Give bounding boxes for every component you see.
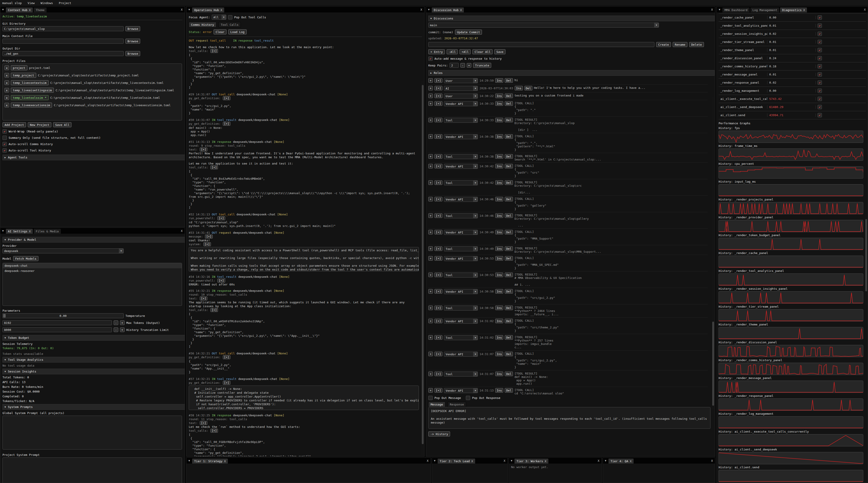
entry-expand-button[interactable]: [+]	[434, 335, 442, 340]
tab-message[interactable]: Message	[428, 401, 445, 407]
entry-del-button[interactable]: Del	[505, 335, 513, 340]
tab-context-hub[interactable]: Context Hub X	[6, 7, 33, 12]
entry-add-button[interactable]: +	[428, 154, 433, 159]
output-dir-browse-button[interactable]: Browse	[125, 51, 140, 56]
project-name-button[interactable]: temp_liveaisettingssim	[11, 88, 54, 93]
checkbox-auto-scroll[interactable]: ✔	[2, 142, 7, 146]
button-save-all[interactable]: Save All	[53, 122, 71, 127]
entry-add-button[interactable]: +	[428, 352, 433, 356]
entry-expand-button[interactable]: [+]	[434, 213, 442, 218]
entry-del-button[interactable]: Del	[505, 305, 513, 310]
history-truncation-plus-button[interactable]: +	[120, 327, 125, 332]
entry-role-select[interactable]: Tool▼	[444, 213, 478, 218]
entry-add-button[interactable]: +	[428, 164, 433, 168]
expand-button[interactable]: [+]	[223, 355, 230, 359]
entry-add-button[interactable]: +	[428, 86, 433, 90]
menu-item-windows[interactable]: Windows	[40, 1, 53, 5]
entry-role-select[interactable]: Vendor API▼	[444, 134, 478, 139]
tab-tier2-tech-lead[interactable]: Tier 2: Tech Lead X	[437, 458, 475, 463]
entry-role-select[interactable]: User▼	[444, 78, 478, 83]
entry-expand-button[interactable]: [+]	[434, 118, 442, 122]
entry-del-button[interactable]: Del	[505, 164, 513, 168]
entry-ins-button[interactable]: Ins	[495, 213, 503, 218]
metric-checkbox[interactable]: ✔	[817, 56, 822, 60]
window-collapse-icon[interactable]: ▼	[432, 458, 437, 463]
button--all[interactable]: +All	[460, 49, 471, 54]
provider-model-header[interactable]: ▼ Provider & Model	[2, 237, 185, 243]
entry-del-button[interactable]: Del	[505, 78, 513, 83]
metric-checkbox[interactable]: ✔	[817, 72, 822, 76]
entry-ins-button[interactable]: Ins	[495, 134, 503, 139]
entry-role-select[interactable]: AI▼	[444, 86, 478, 91]
window-close-icon[interactable]: X	[425, 458, 431, 463]
window-close-icon[interactable]: X	[179, 228, 185, 234]
entry-del-button[interactable]: Del	[505, 319, 513, 323]
popout-response-checkbox[interactable]	[466, 396, 470, 400]
button-save[interactable]: Save	[494, 49, 505, 54]
entry-add-button[interactable]: +	[428, 94, 433, 98]
window-close-icon[interactable]: X	[502, 458, 507, 463]
menu-item-manual-slop[interactable]: manual slop	[2, 1, 22, 5]
temperature-slider[interactable]: 0.00	[2, 313, 124, 318]
menu-item-project[interactable]: Project	[59, 1, 71, 5]
expand-button[interactable]: [+]	[211, 49, 218, 53]
metric-checkbox[interactable]: ✔	[817, 40, 822, 44]
entry-add-button[interactable]: +	[428, 305, 433, 310]
button-add-project[interactable]: Add Project	[2, 122, 26, 127]
project-name-button[interactable]: project	[11, 65, 27, 70]
entry-ins-button[interactable]: Ins	[495, 118, 503, 122]
entry-expand-button[interactable]: [+]	[434, 230, 442, 234]
metric-checkbox[interactable]: ✔	[817, 105, 822, 109]
entry-add-button[interactable]: +	[428, 256, 433, 261]
entry-del-button[interactable]: Del	[505, 352, 513, 356]
button-new-project[interactable]: New Project	[28, 122, 51, 127]
button-delete[interactable]: Delete	[689, 42, 704, 47]
window-close-icon[interactable]: X	[418, 6, 424, 12]
window-collapse-icon[interactable]: ▼	[0, 6, 6, 12]
metric-checkbox[interactable]: ✔	[817, 32, 822, 36]
entry-expand-button[interactable]: [+]	[434, 86, 442, 90]
roles-header[interactable]: ▶ Roles	[428, 70, 715, 76]
entry-add-button[interactable]: +	[428, 372, 433, 376]
main-context-browse-button[interactable]: Browse	[125, 39, 140, 44]
update-commit-button[interactable]: Update Commit	[455, 30, 482, 35]
button-rename[interactable]: Rename	[673, 42, 687, 47]
history-truncation-minus-button[interactable]: -	[114, 327, 118, 332]
max-tokens-minus-button[interactable]: -	[114, 321, 118, 325]
autoadd-checkbox[interactable]: ✔	[428, 57, 433, 61]
focus-agent-select[interactable]: All ▼	[212, 15, 226, 20]
entry-del-button[interactable]: Del	[505, 180, 513, 185]
session-insights-header[interactable]: ▼ Session Insights	[2, 368, 185, 374]
entry-role-select[interactable]: Tool▼	[444, 118, 478, 123]
entry-del-button[interactable]: Del	[505, 289, 513, 294]
project-name-button[interactable]: temp_project	[11, 73, 36, 78]
entry-del-button[interactable]: Del	[505, 388, 513, 393]
entry-ins-button[interactable]: Ins	[495, 388, 503, 393]
button--entry[interactable]: + Entry	[428, 49, 445, 54]
entry-del-button[interactable]: Del	[505, 372, 513, 376]
entry-del-button[interactable]: Del	[505, 213, 513, 218]
entry-expand-button[interactable]: [+]	[434, 352, 442, 356]
tab-log-management[interactable]: Log Management	[750, 7, 780, 12]
tab-tier3-workers[interactable]: Tier 3: Workers X	[514, 458, 549, 463]
git-browse-button[interactable]: Browse	[125, 26, 140, 31]
tab-close-icon[interactable]: X	[29, 230, 31, 233]
tab-close-icon[interactable]: X	[29, 8, 31, 12]
entry-role-select[interactable]: Tool▼	[444, 246, 478, 251]
entry-add-button[interactable]: +	[428, 213, 433, 218]
window-close-icon[interactable]: X	[709, 6, 715, 12]
tab-diagnostics[interactable]: Diagnostics X	[780, 7, 807, 12]
entry-ins-button[interactable]: Ins	[495, 180, 503, 185]
load-log-button[interactable]: Load Log	[228, 29, 247, 34]
entry-ins-button[interactable]: Ins	[495, 197, 503, 201]
window-collapse-icon[interactable]: ▼	[186, 6, 192, 12]
keep-pairs-input[interactable]: 2	[450, 63, 459, 68]
entry-expand-button[interactable]: [+]	[434, 180, 442, 185]
entry-del-button[interactable]: Del	[505, 118, 513, 122]
window-collapse-icon[interactable]: ▼	[0, 228, 6, 234]
popout-toolcalls-checkbox[interactable]	[228, 15, 232, 20]
entry-role-select[interactable]: Vendor API▼	[444, 388, 478, 393]
tab-discussion-hub[interactable]: Discussion Hub X	[432, 7, 464, 12]
history-truncation-input[interactable]: 8000	[2, 327, 112, 332]
entry-ins-button[interactable]: Ins	[495, 272, 503, 277]
